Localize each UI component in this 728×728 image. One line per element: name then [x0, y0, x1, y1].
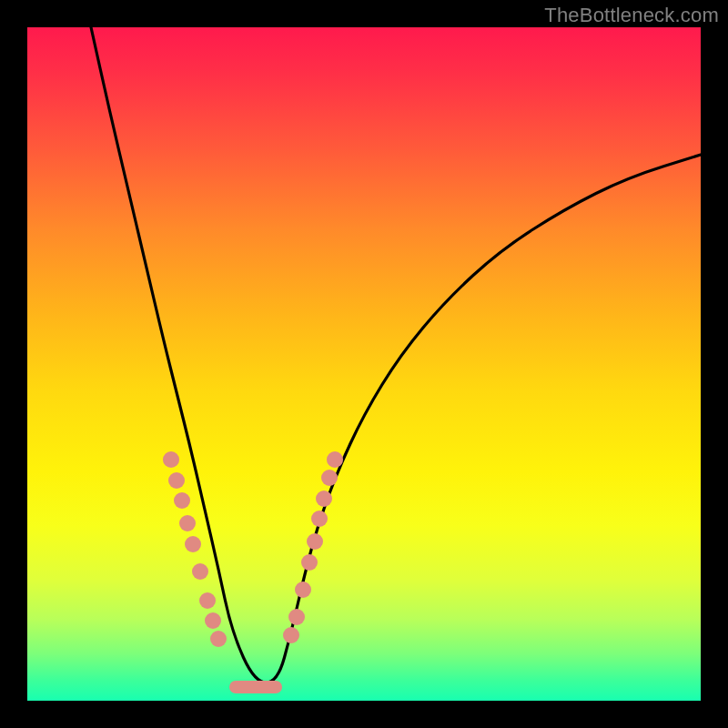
- data-dot: [321, 470, 338, 486]
- data-dot: [316, 490, 332, 507]
- curve-layer: [27, 27, 701, 701]
- data-dot: [168, 472, 185, 489]
- minimum-bar: [229, 681, 282, 693]
- data-dot: [185, 536, 201, 552]
- chart-frame: TheBottleneck.com: [0, 0, 728, 728]
- v-curve: [91, 27, 701, 682]
- data-dot: [301, 554, 318, 571]
- data-dot: [283, 627, 299, 643]
- data-dot: [327, 451, 343, 468]
- watermark-text: TheBottleneck.com: [544, 4, 719, 27]
- data-dot: [205, 612, 221, 629]
- data-dot: [210, 631, 227, 647]
- left-arm-dots: [163, 451, 227, 647]
- plot-area: [27, 27, 701, 701]
- data-dot: [295, 581, 311, 598]
- right-arm-dots: [283, 451, 343, 643]
- data-dot: [288, 609, 305, 625]
- data-dot: [307, 533, 323, 550]
- data-dot: [174, 492, 190, 509]
- data-dot: [179, 515, 196, 531]
- data-dot: [163, 451, 179, 468]
- data-dot: [311, 511, 328, 527]
- data-dot: [192, 563, 208, 580]
- data-dot: [199, 592, 216, 609]
